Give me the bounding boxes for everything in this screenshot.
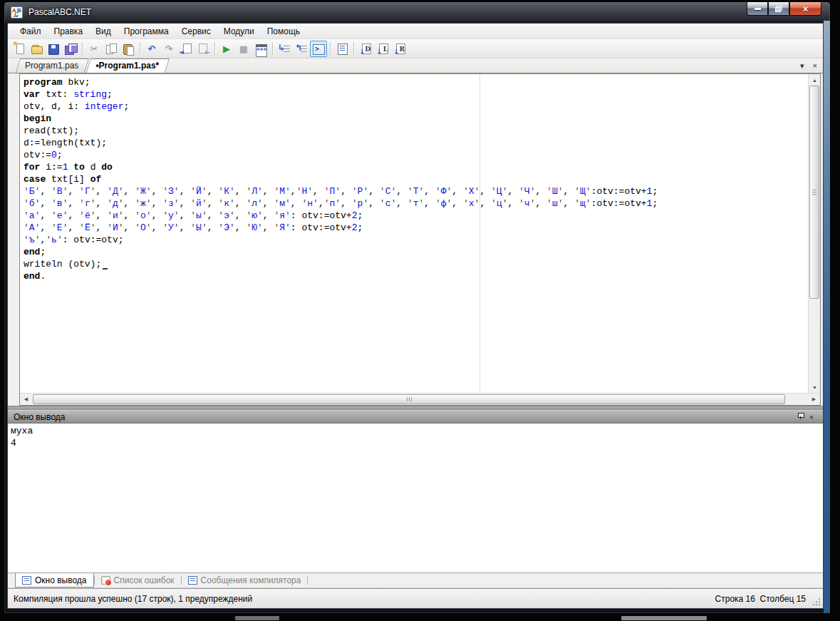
menu-item-Программа[interactable]: Программа bbox=[118, 24, 175, 39]
bottom-tab-2[interactable]: Список ошибок bbox=[95, 573, 181, 587]
next-position-button[interactable] bbox=[195, 41, 212, 57]
stop-button[interactable]: ■ bbox=[235, 41, 252, 57]
menu-item-Сервис[interactable]: Сервис bbox=[175, 24, 217, 39]
scroll-up-arrow[interactable]: ▲ bbox=[809, 74, 821, 86]
code-token: ' bbox=[57, 235, 63, 245]
menu-item-Помощь[interactable]: Помощь bbox=[261, 24, 306, 39]
code-token: ' bbox=[546, 198, 552, 209]
code-token: ' bbox=[51, 222, 57, 233]
compile-status-message: Компиляция прошла успешно (17 строк), 1 … bbox=[14, 594, 715, 604]
menu-item-Вид[interactable]: Вид bbox=[89, 24, 118, 39]
code-token: ' bbox=[586, 198, 591, 209]
error-list-window-button[interactable] bbox=[333, 41, 351, 57]
code-token: , bbox=[263, 198, 274, 209]
copy-button[interactable] bbox=[103, 41, 120, 57]
code-token: , bbox=[235, 222, 247, 233]
paste-button[interactable] bbox=[120, 41, 137, 57]
code-token: л bbox=[252, 198, 257, 209]
document-tab[interactable]: Program1.pas bbox=[18, 58, 87, 73]
page-r-button[interactable]: ↓ bbox=[391, 41, 408, 57]
bottom-tab-1[interactable]: Окно вывода bbox=[15, 573, 94, 587]
menu-item-Правка[interactable]: Правка bbox=[48, 24, 90, 39]
code-token: , bbox=[479, 198, 491, 209]
tab-list-dropdown[interactable]: ▾ bbox=[800, 61, 804, 71]
tab-close-button[interactable]: × bbox=[813, 61, 817, 71]
code-token: end bbox=[24, 271, 40, 282]
code-token: , bbox=[96, 186, 108, 197]
vertical-scroll-thumb[interactable] bbox=[809, 86, 819, 299]
code-token: , bbox=[291, 198, 302, 209]
pin-button[interactable] bbox=[794, 412, 806, 421]
code-token: , bbox=[180, 186, 191, 197]
code-line: var txt: string; bbox=[24, 88, 808, 101]
resize-grip[interactable] bbox=[813, 598, 821, 607]
menu-item-Модули[interactable]: Модули bbox=[217, 24, 261, 39]
code-token: ' bbox=[107, 210, 113, 221]
cut-button[interactable]: ✂ bbox=[85, 41, 103, 57]
minimize-icon bbox=[755, 8, 761, 10]
menu-item-Файл[interactable]: Файл bbox=[14, 24, 48, 39]
down-arrow-icon: ↓ bbox=[393, 48, 399, 56]
code-token: , bbox=[564, 186, 575, 197]
code-token: , bbox=[318, 198, 324, 209]
code-token: ' bbox=[285, 210, 291, 221]
code-editor[interactable]: program bkv;var txt: string;otv, d, i: i… bbox=[20, 74, 808, 393]
code-token: , bbox=[235, 210, 247, 221]
redo-button[interactable]: ↷ bbox=[160, 41, 177, 57]
code-token: ' bbox=[257, 222, 263, 233]
restore-button[interactable] bbox=[768, 2, 789, 16]
save-all-button[interactable] bbox=[62, 41, 79, 57]
save-button[interactable] bbox=[45, 41, 62, 57]
debug-windows-button[interactable] bbox=[252, 41, 269, 57]
code-token: ' bbox=[408, 186, 413, 197]
code-token: , bbox=[68, 198, 79, 209]
code-token: ' bbox=[202, 186, 207, 197]
code-token: , bbox=[291, 186, 296, 197]
scroll-down-arrow[interactable]: ▼ bbox=[809, 381, 821, 393]
title-bar[interactable]: A B C .net PascalABC.NET × bbox=[4, 2, 830, 23]
code-token: , bbox=[564, 198, 575, 209]
code-token: , bbox=[152, 222, 163, 233]
vertical-scrollbar[interactable]: ▲ ▼ bbox=[808, 74, 820, 393]
new-icon bbox=[13, 43, 26, 55]
run-button[interactable]: ▶ bbox=[218, 41, 235, 57]
page-l-button[interactable]: ↓ bbox=[374, 41, 391, 57]
indent-button[interactable] bbox=[276, 41, 293, 57]
close-button[interactable]: × bbox=[789, 2, 821, 16]
code-token: , bbox=[68, 222, 79, 233]
code-token: М bbox=[279, 186, 285, 197]
page-d-button[interactable]: ↓ bbox=[357, 41, 374, 57]
code-token: txt: bbox=[40, 89, 73, 100]
new-file-button[interactable] bbox=[11, 41, 28, 57]
code-token: :otv:=otv+ bbox=[591, 186, 647, 197]
undo-button[interactable]: ↶ bbox=[143, 41, 160, 57]
scroll-right-arrow[interactable]: ▶ bbox=[808, 394, 820, 405]
code-token: Ж bbox=[140, 186, 146, 197]
scroll-left-arrow[interactable]: ◀ bbox=[20, 394, 32, 405]
window-title: PascalABC.NET bbox=[28, 7, 91, 17]
code-token: ' bbox=[491, 186, 497, 197]
toolbar-separator bbox=[330, 42, 331, 55]
glyph-icon: ■ bbox=[237, 43, 250, 55]
code-token: В bbox=[57, 186, 63, 197]
bottom-tab-3[interactable]: Сообщения компилятора bbox=[182, 573, 308, 587]
code-token: ' bbox=[135, 186, 140, 197]
output-panel-title: Окно вывода bbox=[14, 412, 794, 422]
code-token: ъ bbox=[29, 235, 35, 245]
vertical-scroll-track[interactable] bbox=[809, 86, 820, 381]
output-close-button[interactable]: × bbox=[806, 413, 817, 421]
open-file-button[interactable] bbox=[28, 41, 45, 57]
horizontal-scroll-thumb[interactable] bbox=[33, 394, 785, 404]
document-tab[interactable]: •Program1.pas* bbox=[88, 58, 167, 73]
prev-position-button[interactable] bbox=[177, 41, 195, 57]
output-line: муха bbox=[11, 425, 823, 437]
output-content[interactable]: муха4 bbox=[8, 424, 823, 573]
horizontal-scroll-track[interactable] bbox=[32, 394, 808, 405]
code-token: program bbox=[24, 77, 63, 88]
outdent-button[interactable] bbox=[293, 41, 310, 57]
minimize-button[interactable] bbox=[747, 2, 768, 16]
show-output-window-button[interactable] bbox=[310, 41, 327, 57]
bottom-tab-label: Сообщения компилятора bbox=[201, 575, 301, 585]
horizontal-scrollbar[interactable]: ◀ ▶ bbox=[20, 393, 820, 405]
close-icon: × bbox=[803, 4, 809, 14]
